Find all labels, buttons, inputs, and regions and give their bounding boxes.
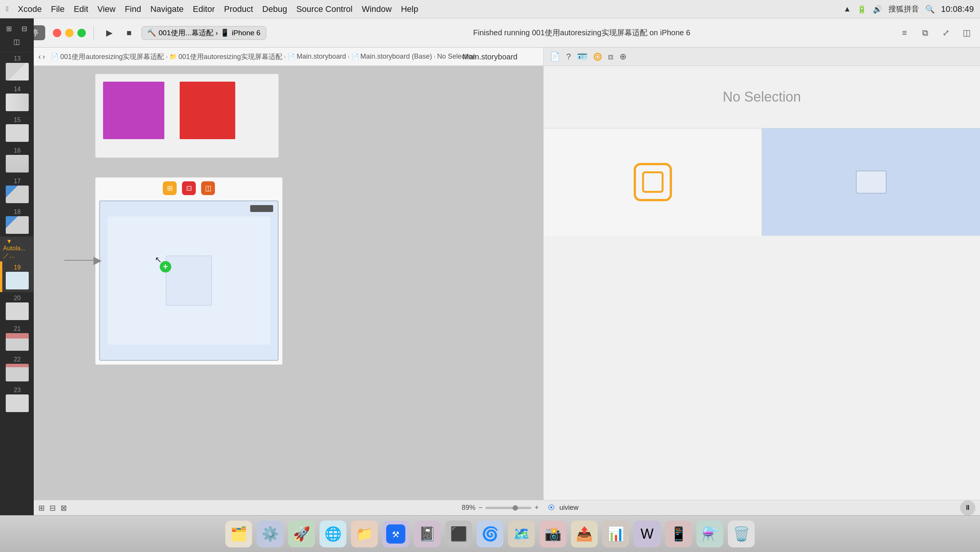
nav-forward-button[interactable]: › — [43, 52, 45, 61]
sidebar-item-16[interactable]: 16 — [0, 145, 33, 175]
dock-finder3[interactable]: 🗑️ — [728, 521, 755, 547]
sidebar-item-21[interactable]: 21 — [0, 323, 33, 353]
file-inspector-button[interactable]: 📄 — [550, 52, 560, 62]
layout-canvas-button[interactable]: ⊠ — [61, 503, 67, 513]
run-button[interactable]: ▶ — [102, 25, 117, 41]
scene-bottom-header: ⊞ ⊡ ◫ — [95, 177, 282, 199]
dock-terminal[interactable]: ⬛ — [445, 521, 472, 547]
menu-view[interactable]: View — [97, 4, 115, 14]
menu-xcode[interactable]: Xcode — [18, 4, 42, 14]
size-inspector-button[interactable]: ⧈ — [608, 52, 613, 62]
breadcrumb-base[interactable]: 📄 Main.storyboard (Base) — [351, 53, 432, 61]
red-view[interactable] — [180, 82, 235, 139]
menu-edit[interactable]: Edit — [74, 4, 88, 14]
close-window-button[interactable] — [53, 29, 61, 37]
sidebar-item-13[interactable]: 13 — [0, 53, 33, 83]
dock-onenote[interactable]: 📓 — [414, 521, 441, 547]
minimize-window-button[interactable] — [65, 29, 74, 37]
folder-icon: 📁 — [169, 53, 177, 60]
sidebar-item-17[interactable]: 17 — [0, 175, 33, 206]
identity-inspector-button[interactable]: 🪪 — [577, 52, 587, 62]
thumbnail-20 — [6, 302, 29, 320]
sidebar-item-18[interactable]: 18 — [0, 206, 33, 237]
dock-safari[interactable]: 🌐 — [320, 521, 346, 547]
layout-list-button[interactable]: ⊟ — [49, 503, 56, 513]
dock-proxy[interactable]: 🌀 — [477, 521, 503, 547]
attributes-inspector-button[interactable] — [593, 53, 602, 61]
volume-icon: 🔊 — [873, 5, 882, 14]
sidebar-item-22[interactable]: 22 — [0, 353, 33, 384]
navigator-toggle-button[interactable]: ◫ — [959, 26, 974, 40]
run-icon: ▶ — [106, 28, 113, 38]
scheme-selector[interactable]: 🔨 001使用...幕适配 › 📱 iPhone 6 — [141, 26, 266, 40]
search-icon[interactable]: 🔍 — [925, 5, 935, 14]
stop-button[interactable]: ■ — [121, 25, 137, 41]
sidebar-item-14[interactable]: 14 — [0, 83, 33, 114]
dock-filezilla[interactable]: 📤 — [571, 521, 598, 547]
no-selection-area: No Selection — [544, 66, 980, 128]
device-name: iPhone 6 — [232, 29, 261, 37]
dock-finder[interactable]: 🗂️ — [225, 521, 252, 547]
editor-version-button[interactable]: ⤢ — [939, 26, 953, 40]
breadcrumb-storyboard[interactable]: 📄 Main.storyboard — [287, 53, 346, 61]
pause-sidebar-button[interactable]: ⏸ — [960, 500, 975, 516]
scheme-name: 001使用...幕适配 — [159, 28, 213, 38]
zoom-slider[interactable] — [485, 507, 531, 509]
purple-view[interactable] — [103, 82, 164, 139]
editor-standard-button[interactable]: ≡ — [897, 26, 912, 40]
sidebar-nav-items: 13 14 15 16 17 18 ▼ Autola...／… — [0, 53, 33, 515]
menu-product[interactable]: Product — [224, 4, 253, 14]
uiview-icon[interactable] — [634, 163, 672, 201]
uiview-label: ⦿ — [548, 504, 555, 512]
zoom-in-button[interactable]: + — [534, 504, 539, 512]
thumbnail-14 — [6, 94, 29, 111]
dock-finder2[interactable]: 📁 — [351, 521, 378, 547]
thumbnail-18 — [6, 216, 29, 234]
dock-instruments[interactable]: 📊 — [602, 521, 629, 547]
menu-help[interactable]: Help — [401, 4, 418, 14]
thumbnail-23 — [6, 394, 29, 412]
thumbnail-15 — [6, 124, 29, 142]
sidebar-item-20[interactable]: 20 — [0, 292, 33, 323]
menu-navigate[interactable]: Navigate — [150, 4, 184, 14]
objects-right — [762, 128, 980, 236]
build-status: Finished running 001使用autoresizing实现屏幕适配… — [271, 28, 893, 38]
layout-grid-button[interactable]: ⊞ — [38, 503, 45, 513]
menu-window[interactable]: Window — [362, 4, 392, 14]
apple-menu[interactable]:  — [6, 5, 9, 13]
dock-launchpad[interactable]: 🚀 — [288, 521, 315, 547]
menu-file[interactable]: File — [51, 4, 64, 14]
dock-simulator[interactable]: 📱 — [665, 521, 692, 547]
sidebar-top-icons: ⊞ ⊟ ◫ — [0, 18, 33, 53]
wifi-icon: ▲ — [844, 5, 851, 13]
nav-back-button[interactable]: ‹ — [38, 52, 41, 61]
sidebar-item-23[interactable]: 23 — [0, 384, 33, 415]
uiview-text: uiview — [559, 504, 578, 512]
scene-bottom[interactable]: ⊞ ⊡ ◫ ↖ + — [95, 177, 283, 365]
thumbnail-21 — [6, 333, 29, 351]
dock-xcode[interactable]: ⚒ — [382, 521, 409, 547]
menu-debug[interactable]: Debug — [262, 4, 287, 14]
menu-source-control[interactable]: Source Control — [296, 4, 352, 14]
dock-maps[interactable]: 🗺️ — [508, 521, 535, 547]
breadcrumb-project[interactable]: 📄 001使用autoresizing实现屏幕适配 — [51, 52, 164, 61]
editor-assistant-button[interactable]: ⧉ — [918, 26, 932, 40]
input-method[interactable]: 搜狐拼音 — [888, 4, 919, 14]
sidebar-item-15[interactable]: 15 — [0, 114, 33, 145]
panel-toggle-button[interactable]: ◫ — [10, 36, 24, 48]
grid-view-button[interactable]: ⊞ — [2, 23, 16, 34]
menu-editor[interactable]: Editor — [193, 4, 215, 14]
sidebar-section-header: ▼ Autola...／… — [0, 237, 33, 261]
maximize-window-button[interactable] — [77, 29, 86, 37]
zoom-out-button[interactable]: − — [479, 504, 483, 512]
quick-help-button[interactable]: ? — [566, 52, 571, 62]
dock-word[interactable]: W — [634, 521, 660, 547]
list-view-button[interactable]: ⊟ — [18, 23, 31, 34]
dock-paparazzi[interactable]: 📸 — [539, 521, 566, 547]
breadcrumb-group[interactable]: 📁 001使用autoresizing实现屏幕适配 — [169, 52, 282, 61]
sidebar-item-19[interactable]: 19 — [0, 261, 33, 292]
menu-find[interactable]: Find — [125, 4, 141, 14]
dock-system-prefs[interactable]: ⚙️ — [257, 521, 284, 547]
connections-inspector-button[interactable]: ⊕ — [619, 52, 626, 62]
dock-instruments2[interactable]: ⚗️ — [696, 521, 723, 547]
